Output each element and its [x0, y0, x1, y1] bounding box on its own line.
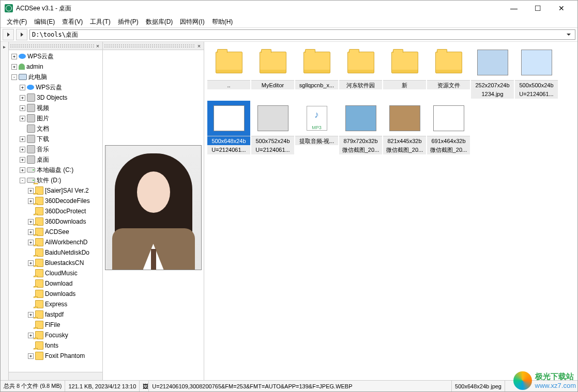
tree-item[interactable]: Downloads	[9, 289, 102, 299]
preview-panel-header[interactable]: ×	[103, 42, 204, 50]
expand-icon[interactable]: +	[28, 198, 34, 204]
expand-icon[interactable]	[28, 322, 34, 328]
tree-item[interactable]: CloudMusic	[9, 268, 102, 278]
thumbnail[interactable]: 500x500x24bU=2124061...	[515, 45, 558, 99]
menu-3[interactable]: 工具(T)	[87, 17, 113, 27]
toolbar-toggle-1[interactable]	[3, 29, 14, 40]
expand-icon[interactable]: +	[20, 116, 25, 121]
tree-item[interactable]: -软件 (D:)	[9, 175, 102, 185]
tree-item[interactable]: +3D Objects	[9, 92, 102, 103]
thumbnail[interactable]: 691x464x32b微信截图_20...	[427, 101, 470, 154]
tree-item[interactable]: +下载	[9, 134, 102, 144]
thumbnail[interactable]: 河东软件园	[339, 45, 382, 99]
thumbnail[interactable]: ..	[207, 45, 250, 99]
menu-4[interactable]: 插件(P)	[115, 17, 142, 27]
expand-icon[interactable]: -	[20, 178, 25, 183]
expand-icon[interactable]: +	[20, 147, 25, 152]
maximize-button[interactable]: ☐	[526, 1, 550, 16]
expand-icon[interactable]	[28, 302, 34, 307]
tree-item[interactable]: +[Saier]SAI Ver.2	[9, 185, 102, 196]
expand-icon[interactable]: +	[28, 219, 34, 225]
tree-item[interactable]: +admin	[9, 61, 102, 72]
address-bar[interactable]: D:\tools\桌面	[29, 29, 575, 40]
expand-icon[interactable]: +	[28, 353, 34, 359]
tree-item[interactable]: +ACDSee	[9, 227, 102, 237]
tree-item[interactable]: +Foxit Phantom	[9, 351, 102, 361]
tree-item[interactable]: +BluestacksCN	[9, 258, 102, 268]
toolbar-toggle-2[interactable]	[16, 29, 27, 40]
menu-5[interactable]: 数据库(D)	[143, 17, 176, 27]
thumbnail[interactable]: 新	[383, 45, 426, 99]
tree-item[interactable]: +本地磁盘 (C:)	[9, 165, 102, 175]
tree-panel-close-icon[interactable]: ×	[94, 42, 101, 50]
expand-icon[interactable]: +	[28, 229, 34, 235]
folder-tree[interactable]: +WPS云盘+admin-此电脑+WPS云盘+3D Objects+视频+图片文…	[9, 50, 102, 372]
menu-6[interactable]: 因特网(I)	[177, 17, 207, 27]
expand-icon[interactable]	[28, 281, 34, 287]
tree-item[interactable]: +360DecodeFiles	[9, 196, 102, 206]
expand-icon[interactable]: +	[28, 312, 34, 318]
thumbnail[interactable]: sgllqpcnb_x...	[295, 45, 338, 99]
tree-panel-header[interactable]: ×	[9, 42, 102, 50]
rail-nav-label[interactable]: ▸	[2, 44, 7, 50]
expand-icon[interactable]: +	[28, 240, 34, 245]
address-dropdown-icon[interactable]	[565, 34, 573, 36]
expand-icon[interactable]	[20, 126, 25, 132]
thumbnail[interactable]: 879x720x32b微信截图_20...	[339, 101, 382, 154]
thumbnail[interactable]: 252x207x24b1234.jpg	[471, 45, 514, 99]
tree-item[interactable]: +音乐	[9, 144, 102, 154]
tree-item[interactable]: +WPS云盘	[9, 82, 102, 92]
tree-item-label: 此电脑	[28, 72, 47, 82]
thumbnail[interactable]: MP3提取音频-视...	[295, 101, 338, 154]
tree-item[interactable]: FlFile	[9, 320, 102, 330]
expand-icon[interactable]: +	[20, 157, 25, 163]
tree-item[interactable]: +图片	[9, 113, 102, 123]
tree-item[interactable]: Express	[9, 299, 102, 309]
menu-2[interactable]: 查看(V)	[59, 17, 86, 27]
thumbnail[interactable]: 资源文件	[427, 45, 470, 99]
expand-icon[interactable]: +	[11, 64, 17, 70]
expand-icon[interactable]	[28, 291, 34, 297]
expand-icon[interactable]: +	[28, 333, 34, 338]
thumbnail[interactable]: 821x445x32b微信截图_20...	[383, 101, 426, 154]
close-button[interactable]: ✕	[550, 1, 573, 16]
minimize-button[interactable]: —	[502, 1, 526, 16]
expand-icon[interactable]: +	[28, 188, 34, 194]
expand-icon[interactable]: +	[20, 85, 25, 90]
tree-item[interactable]: +360Downloads	[9, 216, 102, 227]
expand-icon[interactable]: +	[28, 260, 34, 266]
menu-1[interactable]: 编辑(E)	[31, 17, 58, 27]
tree-item[interactable]: +AliWorkbenchD	[9, 237, 102, 247]
thumbnail-view[interactable]: ..MyEditorsgllqpcnb_x...河东软件园新资源文件252x20…	[204, 42, 577, 380]
preview-image[interactable]	[105, 145, 202, 270]
tree-item[interactable]: +WPS云盘	[9, 51, 102, 61]
expand-icon[interactable]: +	[11, 54, 17, 59]
tree-item[interactable]: BaiduNetdiskDo	[9, 247, 102, 258]
thumbnail[interactable]: 500x648x24bU=2124061...	[207, 101, 250, 154]
expand-icon[interactable]: +	[20, 136, 25, 142]
preview-panel-close-icon[interactable]: ×	[195, 42, 203, 50]
tree-item[interactable]: 360DocProtect	[9, 206, 102, 216]
tree-item[interactable]: fonts	[9, 340, 102, 351]
tree-item-label: 360Downloads	[45, 216, 86, 227]
expand-icon[interactable]	[28, 343, 34, 349]
expand-icon[interactable]: +	[20, 167, 25, 173]
tree-item[interactable]: Download	[9, 278, 102, 289]
expand-icon[interactable]	[28, 209, 34, 214]
expand-icon[interactable]	[28, 250, 34, 256]
tree-item[interactable]: +fastpdf	[9, 309, 102, 320]
expand-icon[interactable]: +	[20, 105, 25, 111]
tree-item[interactable]: -此电脑	[9, 72, 102, 82]
thumbnail[interactable]: MyEditor	[251, 45, 294, 99]
menu-7[interactable]: 帮助(H)	[209, 17, 236, 27]
expand-icon[interactable]	[28, 271, 34, 276]
expand-icon[interactable]: -	[11, 74, 17, 80]
expand-icon[interactable]: +	[20, 95, 25, 101]
thumbnail[interactable]: 500x752x24bU=2124061...	[251, 101, 294, 154]
tree-scrollbar-h[interactable]	[9, 372, 102, 380]
menu-0[interactable]: 文件(F)	[4, 17, 30, 27]
tree-item[interactable]: 文档	[9, 123, 102, 134]
tree-item[interactable]: +Focusky	[9, 330, 102, 340]
tree-item[interactable]: +桌面	[9, 154, 102, 165]
tree-item[interactable]: +视频	[9, 103, 102, 113]
